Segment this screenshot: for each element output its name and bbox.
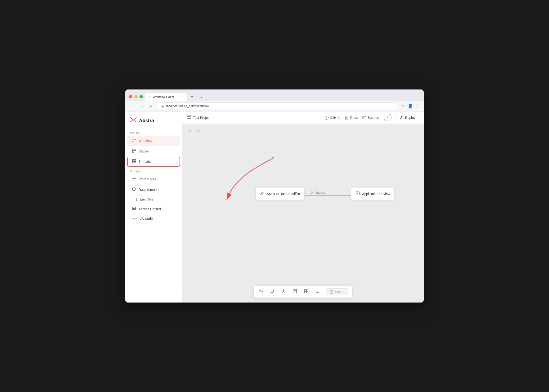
browser-menu-icon[interactable]: ⋮ [416,104,420,109]
vs-code-icon: </> [132,217,137,220]
apply-node-icon [260,191,264,196]
docs-link[interactable]: Docs [345,116,358,119]
sidebar-item-label-threads: Threads [139,160,151,164]
logo-icon [130,117,137,124]
github-link[interactable]: GitHub [325,116,340,119]
sidebar: Abstra Project Workflow [125,112,182,302]
svg-point-0 [135,139,136,140]
browser-window: ✕ Workflow Editor ✕ + ⌄ ← → ↻ 🔒 localhos… [125,90,424,302]
svg-point-19 [261,192,262,193]
back-button[interactable]: ← [129,104,136,109]
svg-point-13 [326,117,327,118]
tab-menu-button[interactable]: ⌄ [197,92,206,101]
save-label: Saved [335,290,344,294]
workflow-svg: On Success [182,124,424,302]
project-name: Test Project [187,116,210,119]
sidebar-item-workflow[interactable]: Workflow [127,136,180,146]
sidebar-item-access-control[interactable]: Access Control [127,204,180,214]
apply-node-label: Apply to Dunder Mifflin [267,192,300,196]
new-tab-button[interactable]: + [188,92,196,101]
redo-button[interactable] [195,128,202,135]
svg-rect-4 [132,160,134,161]
svg-rect-28 [307,291,308,293]
deploy-label: Deploy [405,116,415,119]
sidebar-item-label-preferences: Preferences [139,177,156,181]
traffic-light-red[interactable] [129,95,132,98]
support-link[interactable]: Support [362,116,379,119]
sidebar-item-stages[interactable]: Stages [127,146,180,156]
undo-button[interactable] [186,128,193,135]
user-icon[interactable]: 👤 [408,104,413,109]
refresh-button[interactable]: ↻ [148,103,154,109]
review-node-icon [356,191,360,196]
traffic-light-green[interactable] [140,95,143,98]
forward-button[interactable]: → [139,104,145,109]
sidebar-item-requirements[interactable]: Requirements [127,185,180,195]
browser-tab-active[interactable]: ✕ Workflow Editor ✕ [145,93,187,101]
sidebar-item-label-requirements: Requirements [139,188,159,191]
section-label-settings: Settings [125,167,182,174]
header-actions: GitHub Docs Support [325,114,419,121]
project-title: Test Project [193,116,210,119]
sidebar-item-label-vs-code: VS Code [140,217,153,221]
svg-rect-11 [187,116,191,119]
sidebar-item-label-access-control: Access Control [139,207,161,211]
sidebar-collapse-button[interactable]: ‹ [125,288,182,299]
browser-actions: ☆ 👤 ⋮ [401,104,420,109]
save-button[interactable]: Saved [326,288,348,295]
env-vars-icon: [ ] [132,198,137,201]
requirements-icon [132,187,136,192]
svg-rect-2 [134,149,136,151]
canvas-area[interactable]: On Success Apply to Dunder Mifflin [182,124,424,302]
browser-addressbar: ← → ↻ 🔒 localhost:3000/_editor/workflow … [125,101,424,112]
logo-text: Abstra [139,118,154,123]
stages-icon [132,149,136,154]
svg-text:On Success: On Success [311,191,326,194]
tool-connections[interactable] [303,288,310,296]
svg-rect-20 [356,192,359,195]
sidebar-item-vs-code[interactable]: </> VS Code [127,214,180,223]
review-node-label: Application Review [362,192,390,196]
tab-title: Workflow Editor [153,95,174,99]
docs-label: Docs [350,116,358,119]
sidebar-item-label-env-vars: Env Vars [140,197,153,201]
traffic-lights [129,95,143,98]
section-label-project: Project [125,129,182,136]
bookmark-icon[interactable]: ☆ [401,104,405,109]
workflow-icon [132,138,136,143]
address-bar[interactable]: 🔒 localhost:3000/_editor/workflow [157,103,398,109]
sidebar-item-label-workflow: Workflow [139,139,152,143]
svg-rect-31 [331,292,333,293]
svg-marker-17 [348,194,351,197]
tool-page[interactable] [292,288,298,296]
info-button[interactable]: ℹ [384,114,392,121]
tool-person-list[interactable] [257,288,264,296]
svg-rect-27 [304,291,306,293]
svg-rect-6 [132,161,134,163]
svg-rect-5 [134,160,136,161]
sidebar-item-preferences[interactable]: Preferences [127,174,180,184]
support-label: Support [368,116,379,119]
browser-tabs: ✕ Workflow Editor ✕ + ⌄ [145,92,206,101]
tool-timer[interactable] [280,288,287,296]
tab-close-button[interactable]: ✕ [181,95,184,99]
svg-rect-26 [307,289,308,291]
svg-rect-25 [304,289,306,291]
github-label: GitHub [330,116,340,119]
preferences-icon [132,177,136,182]
sidebar-item-label-stages: Stages [139,149,149,153]
tool-hook[interactable] [269,288,275,296]
svg-rect-30 [331,290,332,292]
traffic-light-yellow[interactable] [134,95,138,98]
sidebar-item-threads[interactable]: Threads [127,157,180,167]
browser-titlebar: ✕ Workflow Editor ✕ + ⌄ [125,90,424,101]
lock-icon: 🔒 [161,104,164,108]
canvas-toolbar [186,128,202,135]
svg-point-8 [134,178,135,179]
tool-list-view[interactable] [314,288,321,296]
workflow-node-apply[interactable]: Apply to Dunder Mifflin [256,188,305,200]
sidebar-item-env-vars[interactable]: [ ] Env Vars [127,195,180,203]
svg-point-10 [134,208,135,209]
workflow-node-review[interactable]: Application Review [351,188,395,200]
deploy-button[interactable]: Deploy [396,114,419,121]
